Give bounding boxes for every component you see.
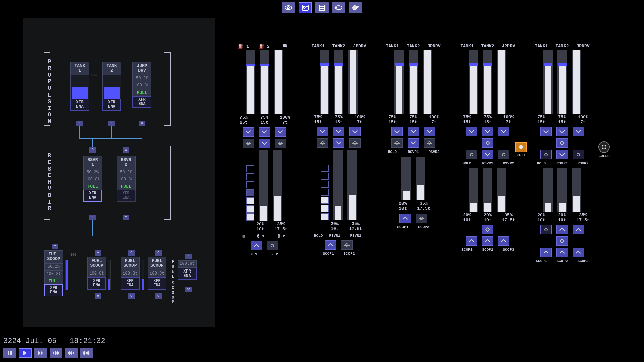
scoop-4-top-arrow[interactable]: ^ <box>155 250 162 256</box>
lane-E-tank-0-bar[interactable] <box>543 50 553 114</box>
lane-D-tank-0-bar[interactable] <box>469 50 478 114</box>
lane-B-scoop-btn-1[interactable] <box>341 240 353 250</box>
lane-C-drop-1[interactable] <box>408 127 419 136</box>
lane-B-hold-cell-2[interactable] <box>321 181 329 188</box>
lane-A-valve-2[interactable] <box>275 139 286 148</box>
lane-E-valve-2[interactable] <box>573 150 584 159</box>
lane-A-tank-2-bar[interactable] <box>274 50 283 114</box>
lane-B-tank-1-bar[interactable] <box>334 50 343 114</box>
lane-D-drop-2[interactable] <box>498 127 509 136</box>
lane-D-tank-2-bar[interactable] <box>497 50 506 114</box>
lane-E-drop-2[interactable] <box>573 127 584 136</box>
lane-C-scoop-btn-1[interactable] <box>416 214 427 223</box>
lane-A-hold-cell-5[interactable] <box>246 205 254 213</box>
planet-button[interactable] <box>349 2 362 13</box>
lane-B-valve-2[interactable] <box>349 138 361 148</box>
lane-B-rsvr-0-bar[interactable] <box>333 150 343 220</box>
lane-C-valve-1[interactable] <box>408 138 419 148</box>
play-button[interactable] <box>19 348 32 358</box>
lane-A-drop-1[interactable] <box>259 127 270 137</box>
tank-2-xfr-button[interactable]: XFR ENA <box>102 99 121 111</box>
lane-B-hold-cell-0[interactable] <box>321 165 329 172</box>
scoop-5-top-arrow[interactable]: ^ <box>185 254 192 259</box>
lane-B-drop-0[interactable] <box>317 127 328 136</box>
lane-D-scoop-btn-1[interactable] <box>482 236 493 246</box>
lane-A-hold-cell-2[interactable] <box>246 181 254 188</box>
lane-D-tank-1-bar[interactable] <box>483 50 492 114</box>
rsvr-1-bot-button[interactable]: ^ <box>89 215 96 220</box>
jump-drive-xfr-button[interactable]: XFR ENA <box>132 96 151 108</box>
lane-C-drop-2[interactable] <box>424 127 435 136</box>
lane-B-valve-1[interactable] <box>333 138 344 148</box>
lane-A-valve-0[interactable] <box>243 139 254 148</box>
lane-A-tank-0-bar[interactable] <box>246 50 255 114</box>
lane-A-hold-cell-4[interactable] <box>246 197 254 204</box>
lane-E-hub-bot[interactable] <box>556 236 568 246</box>
grid-button[interactable] <box>315 2 329 13</box>
lane-D-scoop-btn-2[interactable] <box>498 236 509 246</box>
lane-A-scoop-btn-1[interactable] <box>267 241 278 250</box>
lane-E-scoop-btn-2[interactable] <box>573 248 584 257</box>
tank-1-xfr-button[interactable]: XFR ENA <box>70 99 89 111</box>
rsvr-2-xfr-button[interactable]: XFR ENA <box>117 190 136 202</box>
scoop-3-top-arrow[interactable]: ^ <box>128 250 135 256</box>
lane-D-valve-0[interactable] <box>466 150 477 159</box>
lane-C-scoop-btn-0[interactable] <box>399 214 411 223</box>
lane-E-drop-0[interactable] <box>540 127 552 136</box>
lane-A-hold-cell-6[interactable] <box>246 213 254 221</box>
lane-C-valve-0[interactable] <box>391 138 403 148</box>
profile-button[interactable] <box>299 2 312 13</box>
lane-D-rsvr-2-bar[interactable] <box>497 168 506 212</box>
pause-button[interactable] <box>3 348 16 358</box>
rsvr-2-top-button[interactable]: X <box>123 147 129 153</box>
tank-2-arrow[interactable]: ^ <box>108 121 115 126</box>
lane-E-tank-2-bar[interactable] <box>572 50 581 114</box>
lane-B-hold-cell-3[interactable] <box>321 189 329 196</box>
scoop-5-bot-arrow[interactable]: v <box>185 287 192 292</box>
fuel-scoop-1-xfr-button[interactable]: XFR ENA <box>44 284 63 296</box>
lane-B-hold-cell-6[interactable] <box>321 213 329 220</box>
lane-E-rsvr-0-bar[interactable] <box>543 168 553 212</box>
speed-5x-button[interactable] <box>80 348 93 358</box>
scoop-3-bot-arrow[interactable]: v <box>128 293 135 299</box>
lane-B-scoop-btn-0[interactable] <box>325 240 336 250</box>
lane-B-hold-cell-1[interactable] <box>321 173 329 180</box>
jett-button[interactable] <box>515 142 527 152</box>
fuel-scoop-3-xfr-button[interactable]: XFR ENA <box>121 277 140 289</box>
lane-C-drop-0[interactable] <box>391 127 403 136</box>
scoop-4-bot-arrow[interactable]: v <box>155 293 162 299</box>
lane-C-rsvr-1-bar[interactable] <box>416 157 425 200</box>
lane-A-tank-1-bar[interactable] <box>260 50 269 114</box>
orbit-button[interactable] <box>332 2 345 13</box>
lane-E-scoop-btn-1[interactable] <box>556 248 568 257</box>
lane-B-hold-cell-5[interactable] <box>321 205 329 212</box>
lane-D-hub-top[interactable] <box>482 138 493 148</box>
lane-A-rsvr-1-bar[interactable] <box>273 150 282 221</box>
lane-B-tank-2-bar[interactable] <box>348 50 358 114</box>
lane-D-valve-2[interactable] <box>498 150 509 159</box>
jump-drive-arrow[interactable]: v <box>139 121 145 126</box>
lane-B-drop-1[interactable] <box>333 127 344 136</box>
fuel-scoop-2-xfr-button[interactable]: XFR ENA <box>87 277 106 289</box>
speed-3x-button[interactable] <box>50 348 62 358</box>
view-button[interactable] <box>282 2 295 13</box>
lane-E-extra-0[interactable] <box>540 225 552 234</box>
lane-D-valve-1[interactable] <box>482 150 493 159</box>
lane-B-rsvr-1-bar[interactable] <box>347 150 357 220</box>
speed-2x-button[interactable] <box>34 348 47 358</box>
lane-B-valve-0[interactable] <box>317 138 328 148</box>
lane-A-scoop-btn-0[interactable] <box>251 241 262 250</box>
tank-1-arrow[interactable]: ^ <box>76 121 83 126</box>
rsvr-1-top-button[interactable]: ^ <box>89 147 96 153</box>
lane-C-tank-0-bar[interactable] <box>394 50 404 114</box>
lane-B-tank-0-bar[interactable] <box>320 50 329 114</box>
lane-E-valve-1[interactable] <box>556 150 568 159</box>
lane-C-rsvr-0-bar[interactable] <box>401 157 411 200</box>
lane-E-scoop-btn-0[interactable] <box>540 248 552 257</box>
lane-A-hold-cell-1[interactable] <box>246 173 254 180</box>
lane-E-extra-2[interactable] <box>573 225 584 234</box>
lane-B-hold-cell-4[interactable] <box>321 197 329 204</box>
lane-C-tank-2-bar[interactable] <box>423 50 432 114</box>
lane-E-extra-1[interactable] <box>556 225 568 234</box>
lane-C-tank-1-bar[interactable] <box>409 50 418 114</box>
